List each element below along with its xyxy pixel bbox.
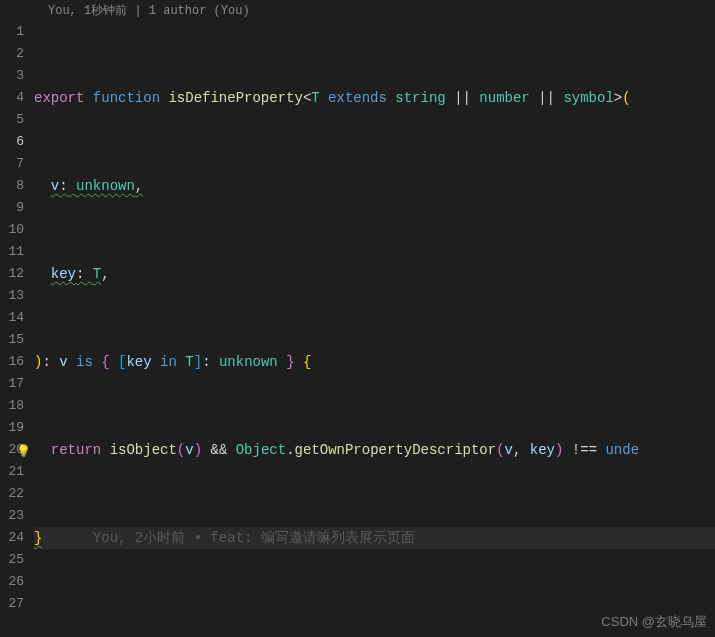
line-number: 9 — [0, 197, 24, 219]
lightbulb-icon[interactable]: 💡 — [16, 441, 31, 463]
code-line[interactable]: key: T, — [34, 263, 715, 285]
line-number: 26 — [0, 571, 24, 593]
line-number: 25 — [0, 549, 24, 571]
code-line[interactable]: v: unknown, — [34, 175, 715, 197]
line-number: 16 — [0, 351, 24, 373]
line-number: 3 — [0, 65, 24, 87]
inline-blame: You, 2小时前 • feat: 编写邀请嘛列表展示页面 — [93, 530, 415, 546]
line-number: 18 — [0, 395, 24, 417]
codelens: You, 1秒钟前 | 1 author (You) — [0, 0, 715, 21]
watermark: CSDN @玄晓乌屋 — [601, 613, 707, 631]
line-number: 24 — [0, 527, 24, 549]
line-number: 12 — [0, 263, 24, 285]
line-number: 22 — [0, 483, 24, 505]
line-number: 21 — [0, 461, 24, 483]
line-number: 1 — [0, 21, 24, 43]
code-line[interactable]: 💡 return isObject(v) && Object.getOwnPro… — [34, 439, 715, 461]
line-number: 19 — [0, 417, 24, 439]
line-number: 14 — [0, 307, 24, 329]
line-number: 10 — [0, 219, 24, 241]
line-number: 13 — [0, 285, 24, 307]
line-number: 6 — [0, 131, 24, 153]
code-editor[interactable]: 1234567891011121314151617181920212223242… — [0, 21, 715, 637]
code-area[interactable]: export function isDefineProperty<T exten… — [34, 21, 715, 637]
line-gutter: 1234567891011121314151617181920212223242… — [0, 21, 34, 637]
line-number: 4 — [0, 87, 24, 109]
line-number: 17 — [0, 373, 24, 395]
code-line[interactable]: } You, 2小时前 • feat: 编写邀请嘛列表展示页面 — [34, 527, 715, 549]
line-number: 2 — [0, 43, 24, 65]
code-line[interactable]: export function isDefineProperty<T exten… — [34, 87, 715, 109]
line-number: 11 — [0, 241, 24, 263]
line-number: 27 — [0, 593, 24, 615]
line-number: 23 — [0, 505, 24, 527]
line-number: 5 — [0, 109, 24, 131]
line-number: 8 — [0, 175, 24, 197]
code-line[interactable]: ): v is { [key in T]: unknown } { — [34, 351, 715, 373]
line-number: 7 — [0, 153, 24, 175]
line-number: 15 — [0, 329, 24, 351]
